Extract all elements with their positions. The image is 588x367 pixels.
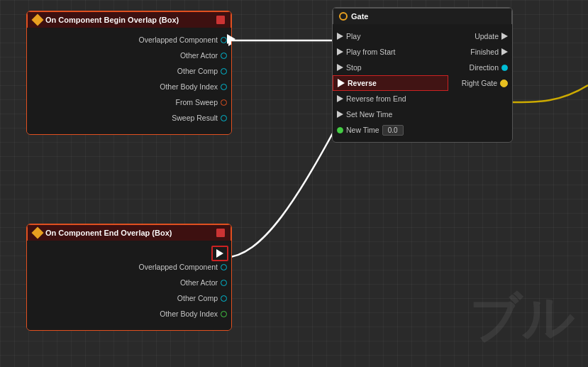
exec-arrow: [337, 64, 343, 71]
pin-other-actor: Other Actor: [27, 275, 231, 290]
pin-update: Update: [448, 28, 512, 44]
pin-label: Finished: [467, 48, 501, 56]
pin-right-gate: Right Gate: [448, 75, 512, 91]
new-time-value[interactable]: 0.0: [382, 125, 404, 136]
pin-label: Play: [343, 32, 363, 40]
pin-label: Other Body Index: [157, 82, 221, 91]
pin-label: Direction: [467, 63, 501, 72]
clock-icon: [339, 12, 348, 21]
pin-dot: [221, 99, 227, 106]
exec-arrow: [338, 79, 345, 87]
pin-label: Set New Time: [343, 110, 395, 119]
pin-label: Update: [472, 32, 501, 40]
close-icon[interactable]: [216, 229, 225, 237]
end-overlap-header: On Component End Overlap (Box): [27, 224, 231, 241]
pin-dot: [221, 68, 227, 75]
pin-other-comp: Other Comp: [27, 63, 231, 79]
pin-direction: Direction: [448, 60, 512, 75]
exec-arrow: [337, 33, 343, 40]
end-overlap-body: Overlapped Component Other Actor Other C…: [27, 241, 231, 330]
pin-dot: [221, 84, 227, 90]
pin-label: Right Gate: [459, 79, 500, 87]
pin-label: Overlapped Component: [136, 35, 221, 44]
pin-dot: [501, 65, 508, 71]
pin-label: Other Actor: [177, 51, 221, 60]
pin-finished: Finished: [448, 44, 512, 60]
pin-play-from-start: Play from Start: [333, 44, 448, 60]
pin-label: Play from Start: [343, 48, 398, 56]
pin-other-actor: Other Actor: [27, 48, 231, 63]
diamond-icon: [32, 14, 44, 26]
pin-overlapped-component: Overlapped Component: [27, 32, 231, 48]
gate-inputs: Play Play from Start Stop Reverse Revers…: [333, 28, 448, 138]
pin-other-comp: Other Comp: [27, 290, 231, 306]
begin-overlap-header: On Component Begin Overlap (Box): [27, 11, 231, 28]
pin-dot: [221, 311, 227, 317]
pin-label: From Sweep: [172, 98, 221, 106]
exec-arrow: [501, 33, 508, 40]
gate-node: Gate Play Play from Start Stop Reverse: [332, 7, 513, 143]
begin-overlap-body: Overlapped Component Other Actor Other C…: [27, 28, 231, 134]
pin-other-body-index: Other Body Index: [27, 79, 231, 94]
pin-label: Other Actor: [177, 278, 221, 287]
pin-dot: [221, 264, 227, 270]
pin-dot: [221, 295, 227, 302]
gate-header: Gate: [333, 8, 512, 24]
diamond-icon: [32, 227, 44, 239]
begin-overlap-exec-out: [227, 34, 235, 44]
pin-label: Stop: [343, 63, 365, 72]
exec-arrow: [216, 249, 223, 258]
begin-overlap-title: On Component Begin Overlap (Box): [45, 16, 179, 24]
close-icon[interactable]: [216, 16, 225, 24]
exec-arrow: [337, 111, 343, 118]
pin-sweep-result: Sweep Result: [27, 110, 231, 126]
pin-from-sweep: From Sweep: [27, 94, 231, 110]
pin-dot: [221, 280, 227, 286]
pin-reverse: Reverse: [333, 75, 448, 91]
pin-label: Other Body Index: [157, 310, 221, 318]
pin-overlapped-component: Overlapped Component: [27, 259, 231, 275]
gate-title: Gate: [351, 12, 368, 21]
pin-label: Overlapped Component: [136, 263, 221, 271]
pin-set-new-time: Set New Time: [333, 106, 448, 122]
end-overlap-node: On Component End Overlap (Box) Overlappe…: [26, 224, 232, 331]
exec-arrow: [337, 95, 343, 102]
begin-overlap-node: On Component Begin Overlap (Box) Overlap…: [26, 11, 232, 135]
gate-outputs: Update Finished Direction Right Gate: [448, 28, 512, 138]
pin-label: New Time: [343, 126, 382, 134]
pin-dot: [221, 37, 227, 43]
pin-play: Play: [333, 28, 448, 44]
pin-reverse-from-end: Reverse from End: [333, 91, 448, 106]
pin-stop: Stop: [333, 60, 448, 75]
exec-arrow: [337, 48, 343, 55]
pin-label: Reverse from End: [343, 94, 409, 103]
gate-body: Play Play from Start Stop Reverse Revers…: [333, 24, 512, 142]
pin-other-body-index: Other Body Index: [27, 306, 231, 322]
pin-dot: [337, 127, 343, 133]
pin-dot: [221, 115, 227, 121]
exec-arrow: [501, 48, 508, 55]
end-overlap-title: On Component End Overlap (Box): [45, 229, 172, 237]
pin-dot: [500, 80, 508, 87]
pin-label: Other Comp: [174, 294, 221, 302]
pin-new-time: New Time 0.0: [333, 122, 448, 138]
pin-label: Reverse: [345, 79, 379, 87]
pin-dot: [221, 53, 227, 59]
watermark: ブル: [469, 285, 574, 353]
pin-label: Sweep Result: [169, 114, 221, 122]
pin-label: Other Comp: [174, 67, 221, 75]
